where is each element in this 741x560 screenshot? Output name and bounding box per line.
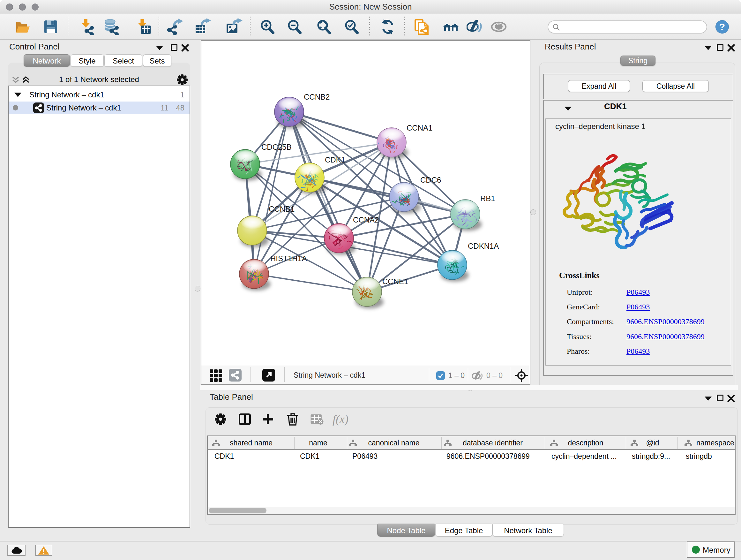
- svg-text:CDC25B: CDC25B: [261, 143, 292, 151]
- svg-text:HIST1H1A: HIST1H1A: [270, 254, 307, 263]
- svg-text:CCNA2: CCNA2: [353, 215, 379, 224]
- svg-text:CCNB1: CCNB1: [269, 205, 294, 213]
- svg-text:CCNE1: CCNE1: [382, 277, 408, 286]
- svg-text:RB1: RB1: [480, 194, 495, 203]
- svg-text:CCNB2: CCNB2: [304, 92, 330, 101]
- svg-text:CDC6: CDC6: [420, 176, 441, 184]
- svg-text:CCNA1: CCNA1: [407, 124, 432, 132]
- svg-text:CDK1: CDK1: [325, 155, 345, 164]
- svg-text:CDKN1A: CDKN1A: [468, 242, 499, 250]
